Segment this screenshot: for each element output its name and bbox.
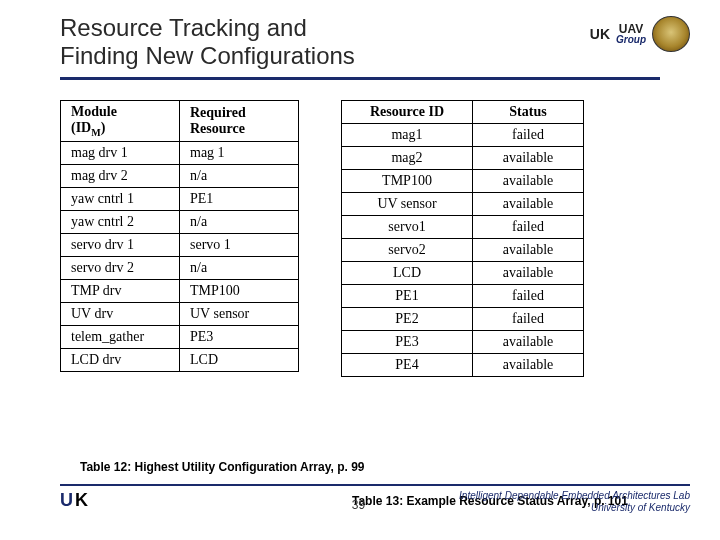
cell-status: available	[473, 193, 584, 216]
cell-status: available	[473, 170, 584, 193]
cell-resource: mag 1	[180, 141, 299, 164]
table-header-row: Resource ID Status	[342, 101, 584, 124]
resource-status-table: Resource ID Status mag1failed mag2availa…	[341, 100, 584, 377]
table-row: servo1failed	[342, 216, 584, 239]
cell-module: TMP drv	[61, 279, 180, 302]
cell-resource: PE1	[180, 187, 299, 210]
cell-resource-id: servo2	[342, 239, 473, 262]
cell-status: available	[473, 239, 584, 262]
col-header-module: Module (IDM)	[61, 101, 180, 142]
col-header-status: Status	[473, 101, 584, 124]
cell-resource-id: PE4	[342, 354, 473, 377]
col-header-resource-id: Resource ID	[342, 101, 473, 124]
cell-resource: TMP100	[180, 279, 299, 302]
table-row: telem_gatherPE3	[61, 325, 299, 348]
table-row: LCDavailable	[342, 262, 584, 285]
cell-module: telem_gather	[61, 325, 180, 348]
uk-logo-text: UK	[590, 26, 610, 42]
title-line-1: Resource Tracking and	[60, 14, 307, 41]
cell-resource-id: servo1	[342, 216, 473, 239]
cell-resource-id: PE1	[342, 285, 473, 308]
footer-rule	[60, 484, 690, 486]
cell-resource: n/a	[180, 164, 299, 187]
cell-module: servo drv 2	[61, 256, 180, 279]
cell-resource: PE3	[180, 325, 299, 348]
cell-resource-id: TMP100	[342, 170, 473, 193]
cell-resource: n/a	[180, 256, 299, 279]
table-row: yaw cntrl 1PE1	[61, 187, 299, 210]
header-logos: UK UAV Group	[590, 16, 690, 52]
table-row: LCD drvLCD	[61, 348, 299, 371]
uav-logo-bottom: Group	[616, 35, 646, 45]
cell-resource: LCD	[180, 348, 299, 371]
uk-letter-k: K	[75, 490, 88, 511]
table-row: TMP100available	[342, 170, 584, 193]
cell-resource-id: PE2	[342, 308, 473, 331]
table-row: mag2available	[342, 147, 584, 170]
cell-module: yaw cntrl 2	[61, 210, 180, 233]
cell-status: available	[473, 354, 584, 377]
cell-module: mag drv 2	[61, 164, 180, 187]
cell-resource-id: LCD	[342, 262, 473, 285]
cell-resource-id: PE3	[342, 331, 473, 354]
lab-line-1: Intelligent Dependable Embedded Architec…	[459, 490, 690, 503]
cell-resource-id: mag1	[342, 124, 473, 147]
cell-status: failed	[473, 216, 584, 239]
table-row: UV drvUV sensor	[61, 302, 299, 325]
table-12-caption: Table 12: Highest Utility Configuration …	[80, 460, 364, 474]
cell-module: servo drv 1	[61, 233, 180, 256]
table-row: yaw cntrl 2n/a	[61, 210, 299, 233]
uk-footer-logo: UK	[60, 490, 88, 511]
cell-status: failed	[473, 124, 584, 147]
table-row: PE1failed	[342, 285, 584, 308]
cell-module: UV drv	[61, 302, 180, 325]
lab-line-2: University of Kentucky	[459, 502, 690, 515]
table-row: servo drv 2n/a	[61, 256, 299, 279]
slide-footer: UK 39 Intelligent Dependable Embedded Ar…	[0, 484, 720, 530]
table-row: servo2available	[342, 239, 584, 262]
lab-credit: Intelligent Dependable Embedded Architec…	[459, 490, 690, 515]
slide-title: Resource Tracking and Finding New Config…	[60, 14, 660, 73]
page-number: 39	[352, 498, 365, 512]
uk-letter-u: U	[60, 490, 73, 511]
table-row: mag drv 2n/a	[61, 164, 299, 187]
uav-group-logo: UAV Group	[616, 23, 646, 45]
cell-resource: servo 1	[180, 233, 299, 256]
title-rule	[60, 77, 660, 80]
cell-status: failed	[473, 285, 584, 308]
table-row: PE2failed	[342, 308, 584, 331]
table-row: UV sensoravailable	[342, 193, 584, 216]
cell-module: LCD drv	[61, 348, 180, 371]
configuration-array-table: Module (IDM) Required Resource mag drv 1…	[60, 100, 299, 372]
table-row: PE3available	[342, 331, 584, 354]
cell-resource: UV sensor	[180, 302, 299, 325]
cell-status: failed	[473, 308, 584, 331]
idea-logo-icon	[652, 16, 690, 52]
table-header-row: Module (IDM) Required Resource	[61, 101, 299, 142]
table-row: mag drv 1mag 1	[61, 141, 299, 164]
cell-resource: n/a	[180, 210, 299, 233]
table-row: mag1failed	[342, 124, 584, 147]
cell-module: yaw cntrl 1	[61, 187, 180, 210]
table-row: servo drv 1servo 1	[61, 233, 299, 256]
cell-module: mag drv 1	[61, 141, 180, 164]
cell-status: available	[473, 331, 584, 354]
table-row: TMP drvTMP100	[61, 279, 299, 302]
cell-status: available	[473, 147, 584, 170]
table-row: PE4available	[342, 354, 584, 377]
cell-resource-id: mag2	[342, 147, 473, 170]
title-line-2: Finding New Configurations	[60, 42, 355, 69]
col-header-required-resource: Required Resource	[180, 101, 299, 142]
cell-status: available	[473, 262, 584, 285]
cell-resource-id: UV sensor	[342, 193, 473, 216]
